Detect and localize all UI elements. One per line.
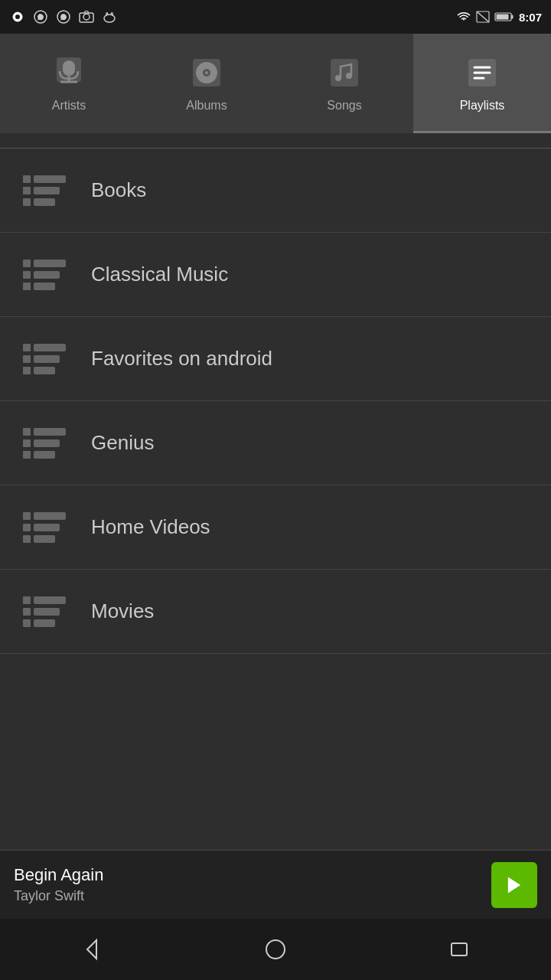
list-thumb-icon bbox=[23, 175, 66, 206]
nav-bar bbox=[0, 919, 551, 980]
header-divider bbox=[0, 133, 551, 149]
svg-point-33 bbox=[266, 940, 285, 959]
list-item[interactable]: Classical Music bbox=[0, 233, 551, 317]
now-playing-title: Begin Again bbox=[14, 865, 491, 885]
svg-line-10 bbox=[111, 12, 112, 15]
playlist-thumb bbox=[0, 233, 88, 316]
list-item[interactable]: Books bbox=[0, 149, 551, 233]
svg-line-9 bbox=[107, 12, 108, 15]
tab-albums[interactable]: Albums bbox=[138, 34, 276, 133]
camera-icon bbox=[78, 8, 95, 25]
tab-songs[interactable]: Songs bbox=[276, 34, 413, 133]
status-time: 8:07 bbox=[519, 11, 542, 24]
tab-playlists-label: Playlists bbox=[460, 99, 505, 113]
list-thumb-icon bbox=[23, 512, 66, 543]
svg-marker-31 bbox=[508, 877, 520, 893]
now-playing-artist: Taylor Swift bbox=[14, 888, 491, 904]
now-playing-bar[interactable]: Begin Again Taylor Swift bbox=[0, 850, 551, 919]
circle-dot-icon bbox=[9, 8, 26, 25]
playlist-name: Genius bbox=[91, 431, 154, 455]
playlist-name: Books bbox=[91, 178, 146, 202]
recents-button[interactable] bbox=[440, 930, 478, 969]
list-item[interactable]: Favorites on android bbox=[0, 317, 551, 401]
tab-albums-label: Albums bbox=[186, 99, 227, 113]
list-item[interactable]: Genius bbox=[0, 401, 551, 485]
music-note-icon bbox=[324, 53, 364, 93]
playlist-thumb bbox=[0, 570, 88, 653]
svg-rect-34 bbox=[452, 943, 467, 956]
svg-marker-32 bbox=[87, 940, 96, 959]
mic-icon bbox=[49, 53, 89, 93]
playlist-list: Books Classical Music Favorites on andro… bbox=[0, 149, 551, 850]
whatsapp2-icon bbox=[55, 8, 72, 25]
list-thumb-icon bbox=[23, 260, 66, 290]
svg-point-6 bbox=[104, 15, 115, 22]
tab-songs-label: Songs bbox=[327, 99, 361, 113]
playlist-thumb bbox=[0, 317, 88, 400]
status-bar: 8:07 bbox=[0, 0, 551, 34]
svg-rect-15 bbox=[496, 15, 508, 20]
now-playing-info: Begin Again Taylor Swift bbox=[14, 865, 491, 904]
whatsapp-icon bbox=[32, 8, 49, 25]
playlist-thumb bbox=[0, 149, 88, 232]
list-thumb-icon bbox=[23, 344, 66, 374]
status-right: 8:07 bbox=[456, 11, 542, 24]
playlist-name: Favorites on android bbox=[91, 347, 272, 371]
playlist-thumb bbox=[0, 401, 88, 485]
playlist-name: Movies bbox=[91, 599, 154, 623]
svg-rect-17 bbox=[63, 60, 75, 76]
svg-rect-24 bbox=[331, 59, 358, 87]
status-left-icons bbox=[9, 8, 118, 25]
list-thumb-icon bbox=[23, 428, 66, 459]
playlists-icon bbox=[462, 53, 502, 93]
svg-point-23 bbox=[205, 71, 208, 74]
svg-rect-14 bbox=[511, 15, 514, 19]
android-icon bbox=[101, 8, 118, 25]
list-item[interactable]: Movies bbox=[0, 570, 551, 654]
svg-point-4 bbox=[83, 14, 90, 20]
tab-bar: Artists Albums Songs bbox=[0, 34, 551, 133]
back-button[interactable] bbox=[73, 930, 111, 969]
list-thumb-icon bbox=[23, 596, 66, 627]
tab-artists[interactable]: Artists bbox=[0, 34, 138, 133]
tab-playlists[interactable]: Playlists bbox=[413, 34, 551, 133]
list-item[interactable]: Home Videos bbox=[0, 485, 551, 570]
svg-point-25 bbox=[335, 75, 341, 81]
vinyl-icon bbox=[187, 53, 227, 93]
svg-point-1 bbox=[15, 15, 20, 19]
playlist-name: Classical Music bbox=[91, 263, 228, 286]
svg-rect-5 bbox=[80, 13, 93, 22]
play-button[interactable] bbox=[491, 862, 537, 908]
svg-line-12 bbox=[477, 11, 489, 22]
playlist-thumb bbox=[0, 485, 88, 569]
tab-artists-label: Artists bbox=[52, 99, 86, 113]
home-button[interactable] bbox=[256, 930, 295, 969]
playlist-name: Home Videos bbox=[91, 515, 210, 539]
svg-point-26 bbox=[346, 73, 352, 79]
